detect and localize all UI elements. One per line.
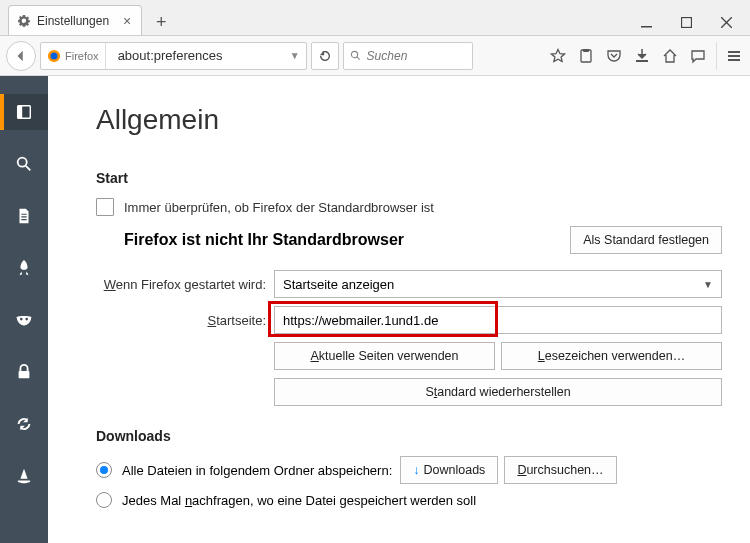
svg-rect-13: [19, 371, 30, 378]
close-window-button[interactable]: [706, 9, 746, 35]
preferences-content: Allgemein Start Immer überprüfen, ob Fir…: [48, 76, 750, 543]
document-icon: [15, 207, 33, 225]
maximize-button[interactable]: [666, 9, 706, 35]
reload-icon: [318, 49, 332, 63]
reader-button[interactable]: [572, 42, 600, 70]
url-dropdown-icon[interactable]: ▼: [284, 50, 306, 61]
window-controls: [626, 9, 746, 35]
sidebar-item-advanced[interactable]: [0, 458, 48, 494]
browse-button[interactable]: Durchsuchen…: [504, 456, 616, 484]
nav-toolbar: Firefox about:preferences ▼: [0, 36, 750, 76]
use-bookmark-button[interactable]: Lesezeichen verwenden…: [501, 342, 722, 370]
set-default-button[interactable]: Als Standard festlegen: [570, 226, 722, 254]
sidebar-item-applications[interactable]: [0, 250, 48, 286]
chevron-down-icon: ▼: [703, 279, 713, 290]
section-downloads-heading: Downloads: [96, 428, 722, 444]
url-bar[interactable]: Firefox about:preferences ▼: [40, 42, 307, 70]
downloads-folder-button[interactable]: ↓Downloads: [400, 456, 498, 484]
svg-point-12: [25, 318, 28, 321]
sidebar-item-general[interactable]: [0, 94, 48, 130]
sidebar-item-privacy[interactable]: [0, 302, 48, 338]
tab-strip: Einstellungen × +: [0, 0, 174, 35]
save-to-radio[interactable]: [96, 462, 112, 478]
when-start-label: Wenn Firefox gestartet wird:: [96, 277, 266, 292]
minimize-button[interactable]: [626, 9, 666, 35]
svg-rect-1: [681, 17, 691, 27]
wizard-hat-icon: [15, 467, 33, 485]
download-arrow-icon: ↓: [413, 463, 419, 477]
firefox-icon: [47, 49, 61, 63]
svg-point-4: [351, 51, 357, 57]
not-default-label: Firefox ist nicht Ihr Standardbrowser: [124, 231, 404, 249]
page-title: Allgemein: [96, 104, 722, 136]
save-to-label: Alle Dateien in folgendem Ordner abspeic…: [122, 463, 392, 478]
when-start-select[interactable]: Startseite anzeigen ▼: [274, 270, 722, 298]
pocket-icon: [606, 48, 622, 64]
arrow-left-icon: [14, 49, 28, 63]
preferences-sidebar: [0, 76, 48, 543]
ask-each-label: Jedes Mal nachfragen, wo eine Datei gesp…: [122, 493, 476, 508]
ask-each-radio[interactable]: [96, 492, 112, 508]
gear-icon: [17, 14, 31, 28]
tab-title: Einstellungen: [37, 14, 109, 28]
svg-rect-9: [18, 106, 23, 119]
lock-icon: [15, 363, 33, 381]
home-button[interactable]: [656, 42, 684, 70]
search-icon: [350, 49, 361, 62]
mask-icon: [15, 311, 33, 329]
star-icon: [550, 48, 566, 64]
sidebar-item-security[interactable]: [0, 354, 48, 390]
svg-rect-0: [641, 26, 652, 28]
svg-point-3: [51, 52, 58, 59]
svg-point-11: [20, 318, 23, 321]
panel-icon: [15, 103, 33, 121]
rocket-icon: [15, 259, 33, 277]
chat-icon: [690, 48, 706, 64]
window-titlebar: Einstellungen × +: [0, 0, 750, 36]
sidebar-item-search[interactable]: [0, 146, 48, 182]
new-tab-button[interactable]: +: [148, 9, 174, 35]
check-default-checkbox[interactable]: [96, 198, 114, 216]
hamburger-icon: [726, 48, 742, 64]
svg-point-10: [18, 158, 27, 167]
section-start-heading: Start: [96, 170, 722, 186]
identity-box[interactable]: Firefox: [41, 43, 106, 69]
search-icon: [15, 155, 33, 173]
check-default-label: Immer überprüfen, ob Firefox der Standar…: [124, 200, 434, 215]
svg-rect-6: [583, 49, 589, 52]
sync-icon: [15, 415, 33, 433]
menu-button[interactable]: [716, 42, 744, 70]
restore-default-button[interactable]: Standard wiederherstellen: [274, 378, 722, 406]
sidebar-item-content[interactable]: [0, 198, 48, 234]
clipboard-icon: [578, 48, 594, 64]
svg-rect-7: [636, 60, 648, 62]
pocket-button[interactable]: [600, 42, 628, 70]
when-start-value: Startseite anzeigen: [283, 277, 394, 292]
download-icon: [634, 48, 650, 64]
homepage-input[interactable]: [274, 306, 722, 334]
downloads-button[interactable]: [628, 42, 656, 70]
close-tab-icon[interactable]: ×: [123, 13, 131, 29]
search-bar[interactable]: [343, 42, 473, 70]
url-text[interactable]: about:preferences: [110, 48, 280, 63]
back-button[interactable]: [6, 41, 36, 71]
chat-button[interactable]: [684, 42, 712, 70]
bookmark-star-button[interactable]: [544, 42, 572, 70]
identity-label: Firefox: [65, 50, 99, 62]
search-input[interactable]: [367, 49, 466, 63]
homepage-label: Startseite:: [96, 313, 266, 328]
toolbar-icons: [544, 42, 744, 70]
use-current-button[interactable]: Aktuelle Seiten verwenden: [274, 342, 495, 370]
reload-button[interactable]: [311, 42, 339, 70]
browser-tab[interactable]: Einstellungen ×: [8, 5, 142, 35]
home-icon: [662, 48, 678, 64]
sidebar-item-sync[interactable]: [0, 406, 48, 442]
